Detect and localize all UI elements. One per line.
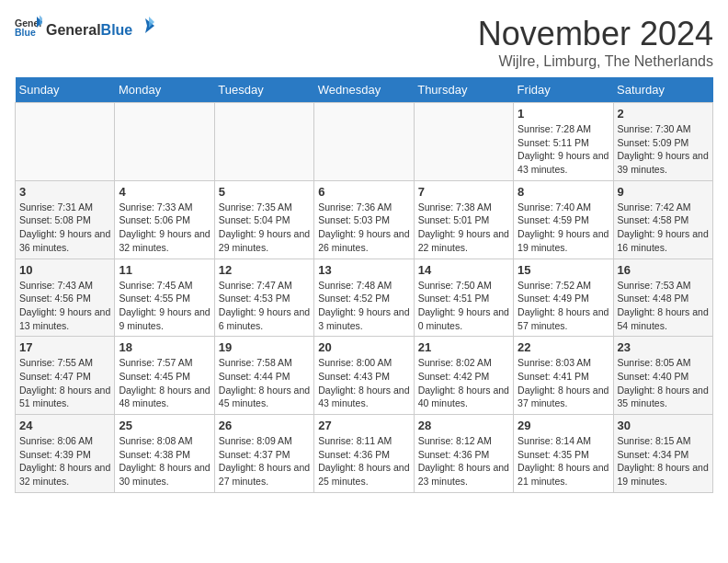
header-monday: Monday <box>115 77 214 103</box>
logo-blue: Blue <box>101 22 133 39</box>
day-info: Sunrise: 7:30 AM Sunset: 5:09 PM Dayligh… <box>618 122 709 177</box>
calendar-week-1: 1Sunrise: 7:28 AM Sunset: 5:11 PM Daylig… <box>16 103 713 181</box>
day-number: 9 <box>618 185 709 199</box>
header-sunday: Sunday <box>16 77 115 103</box>
calendar-cell <box>214 103 313 181</box>
calendar-cell: 6Sunrise: 7:36 AM Sunset: 5:03 PM Daylig… <box>314 180 414 259</box>
day-number: 26 <box>219 419 310 432</box>
day-number: 30 <box>618 419 709 432</box>
calendar-cell <box>314 103 414 181</box>
day-number: 28 <box>418 419 509 432</box>
calendar-week-3: 10Sunrise: 7:43 AM Sunset: 4:56 PM Dayli… <box>16 259 713 337</box>
calendar-table: SundayMondayTuesdayWednesdayThursdayFrid… <box>15 77 713 493</box>
day-info: Sunrise: 7:28 AM Sunset: 5:11 PM Dayligh… <box>518 122 609 177</box>
day-number: 22 <box>518 340 609 354</box>
calendar-cell: 22Sunrise: 8:03 AM Sunset: 4:41 PM Dayli… <box>514 337 613 415</box>
calendar-cell: 3Sunrise: 7:31 AM Sunset: 5:08 PM Daylig… <box>16 180 115 259</box>
calendar-cell: 7Sunrise: 7:38 AM Sunset: 5:01 PM Daylig… <box>414 180 513 259</box>
calendar-cell <box>16 103 115 181</box>
calendar-cell: 19Sunrise: 7:58 AM Sunset: 4:44 PM Dayli… <box>214 337 313 415</box>
calendar-cell: 8Sunrise: 7:40 AM Sunset: 4:59 PM Daylig… <box>514 180 613 259</box>
calendar-cell: 10Sunrise: 7:43 AM Sunset: 4:56 PM Dayli… <box>16 259 115 337</box>
location-subtitle: Wijlre, Limburg, The Netherlands <box>478 53 713 70</box>
day-info: Sunrise: 8:11 AM Sunset: 4:36 PM Dayligh… <box>318 434 409 488</box>
calendar-cell: 28Sunrise: 8:12 AM Sunset: 4:36 PM Dayli… <box>414 415 513 493</box>
logo-wave-icon <box>134 17 154 35</box>
day-number: 27 <box>318 419 409 432</box>
day-info: Sunrise: 7:57 AM Sunset: 4:45 PM Dayligh… <box>119 356 210 410</box>
calendar-header-row: SundayMondayTuesdayWednesdayThursdayFrid… <box>16 77 713 103</box>
day-info: Sunrise: 8:06 AM Sunset: 4:39 PM Dayligh… <box>19 434 110 488</box>
calendar-cell: 4Sunrise: 7:33 AM Sunset: 5:06 PM Daylig… <box>115 180 214 259</box>
day-info: Sunrise: 7:53 AM Sunset: 4:48 PM Dayligh… <box>618 279 709 333</box>
day-number: 3 <box>19 185 110 199</box>
day-number: 21 <box>418 340 509 354</box>
calendar-week-5: 24Sunrise: 8:06 AM Sunset: 4:39 PM Dayli… <box>16 415 713 493</box>
day-number: 13 <box>318 263 409 277</box>
calendar-cell: 25Sunrise: 8:08 AM Sunset: 4:38 PM Dayli… <box>115 415 214 493</box>
day-number: 6 <box>318 185 409 199</box>
calendar-cell: 30Sunrise: 8:15 AM Sunset: 4:34 PM Dayli… <box>613 415 712 493</box>
day-info: Sunrise: 7:31 AM Sunset: 5:08 PM Dayligh… <box>19 201 110 255</box>
day-number: 12 <box>219 263 310 277</box>
day-info: Sunrise: 7:33 AM Sunset: 5:06 PM Dayligh… <box>119 201 210 255</box>
day-number: 11 <box>119 263 210 277</box>
calendar-cell <box>414 103 513 181</box>
calendar-cell: 17Sunrise: 7:55 AM Sunset: 4:47 PM Dayli… <box>16 337 115 415</box>
month-title: November 2024 <box>478 15 713 53</box>
calendar-cell: 23Sunrise: 8:05 AM Sunset: 4:40 PM Dayli… <box>613 337 712 415</box>
calendar-cell: 27Sunrise: 8:11 AM Sunset: 4:36 PM Dayli… <box>314 415 414 493</box>
day-info: Sunrise: 8:08 AM Sunset: 4:38 PM Dayligh… <box>119 434 210 488</box>
day-info: Sunrise: 7:55 AM Sunset: 4:47 PM Dayligh… <box>19 356 110 410</box>
day-number: 14 <box>418 263 509 277</box>
logo-general: General <box>46 22 101 39</box>
day-info: Sunrise: 8:12 AM Sunset: 4:36 PM Dayligh… <box>418 434 509 488</box>
header-thursday: Thursday <box>414 77 513 103</box>
day-info: Sunrise: 7:58 AM Sunset: 4:44 PM Dayligh… <box>219 356 310 410</box>
day-info: Sunrise: 7:47 AM Sunset: 4:53 PM Dayligh… <box>219 279 310 333</box>
day-info: Sunrise: 8:14 AM Sunset: 4:35 PM Dayligh… <box>518 434 609 488</box>
svg-text:Blue: Blue <box>15 27 36 38</box>
day-info: Sunrise: 8:05 AM Sunset: 4:40 PM Dayligh… <box>618 356 709 410</box>
calendar-cell: 12Sunrise: 7:47 AM Sunset: 4:53 PM Dayli… <box>214 259 313 337</box>
calendar-cell: 16Sunrise: 7:53 AM Sunset: 4:48 PM Dayli… <box>613 259 712 337</box>
calendar-cell: 14Sunrise: 7:50 AM Sunset: 4:51 PM Dayli… <box>414 259 513 337</box>
day-number: 2 <box>618 107 709 121</box>
calendar-cell: 20Sunrise: 8:00 AM Sunset: 4:43 PM Dayli… <box>314 337 414 415</box>
calendar-cell: 5Sunrise: 7:35 AM Sunset: 5:04 PM Daylig… <box>214 180 313 259</box>
day-number: 4 <box>119 185 210 199</box>
day-number: 23 <box>618 340 709 354</box>
title-area: November 2024 Wijlre, Limburg, The Nethe… <box>478 15 713 70</box>
day-info: Sunrise: 8:15 AM Sunset: 4:34 PM Dayligh… <box>618 434 709 488</box>
day-info: Sunrise: 8:00 AM Sunset: 4:43 PM Dayligh… <box>318 356 409 410</box>
day-number: 1 <box>518 107 609 121</box>
calendar-cell: 26Sunrise: 8:09 AM Sunset: 4:37 PM Dayli… <box>214 415 313 493</box>
day-number: 20 <box>318 340 409 354</box>
header-wednesday: Wednesday <box>314 77 414 103</box>
day-info: Sunrise: 7:50 AM Sunset: 4:51 PM Dayligh… <box>418 279 509 333</box>
day-number: 18 <box>119 340 210 354</box>
day-number: 25 <box>119 419 210 432</box>
header-tuesday: Tuesday <box>214 77 313 103</box>
calendar-cell: 24Sunrise: 8:06 AM Sunset: 4:39 PM Dayli… <box>16 415 115 493</box>
calendar-cell: 11Sunrise: 7:45 AM Sunset: 4:55 PM Dayli… <box>115 259 214 337</box>
calendar-cell: 13Sunrise: 7:48 AM Sunset: 4:52 PM Dayli… <box>314 259 414 337</box>
calendar-cell: 15Sunrise: 7:52 AM Sunset: 4:49 PM Dayli… <box>514 259 613 337</box>
day-info: Sunrise: 7:38 AM Sunset: 5:01 PM Dayligh… <box>418 201 509 255</box>
day-info: Sunrise: 7:36 AM Sunset: 5:03 PM Dayligh… <box>318 201 409 255</box>
day-info: Sunrise: 7:43 AM Sunset: 4:56 PM Dayligh… <box>19 279 110 333</box>
calendar-week-2: 3Sunrise: 7:31 AM Sunset: 5:08 PM Daylig… <box>16 180 713 259</box>
day-info: Sunrise: 7:40 AM Sunset: 4:59 PM Dayligh… <box>518 201 609 255</box>
day-number: 7 <box>418 185 509 199</box>
calendar-cell: 21Sunrise: 8:02 AM Sunset: 4:42 PM Dayli… <box>414 337 513 415</box>
day-info: Sunrise: 8:02 AM Sunset: 4:42 PM Dayligh… <box>418 356 509 410</box>
day-info: Sunrise: 7:45 AM Sunset: 4:55 PM Dayligh… <box>119 279 210 333</box>
calendar-cell: 29Sunrise: 8:14 AM Sunset: 4:35 PM Dayli… <box>514 415 613 493</box>
day-info: Sunrise: 7:52 AM Sunset: 4:49 PM Dayligh… <box>518 279 609 333</box>
day-info: Sunrise: 7:42 AM Sunset: 4:58 PM Dayligh… <box>618 201 709 255</box>
day-number: 15 <box>518 263 609 277</box>
day-number: 5 <box>219 185 310 199</box>
header-saturday: Saturday <box>613 77 712 103</box>
day-number: 19 <box>219 340 310 354</box>
calendar-cell <box>115 103 214 181</box>
